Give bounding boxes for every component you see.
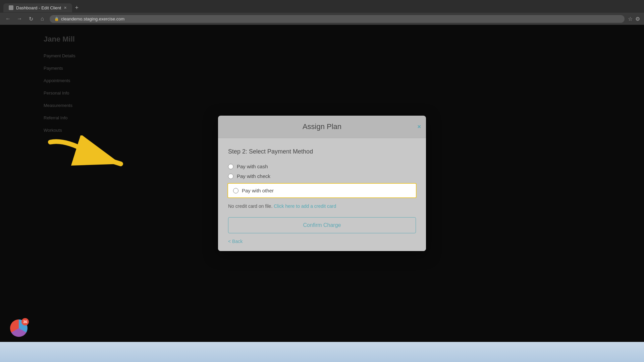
- page-background-title: Jane Mill: [44, 35, 75, 44]
- nav-payment-details: Payment Details: [44, 53, 75, 58]
- notification-circle-container: 36: [10, 319, 28, 337]
- assign-plan-modal: Assign Plan × Step 2: Select Payment Met…: [218, 116, 426, 251]
- bottom-bar: [0, 342, 644, 362]
- url-text: cleandemo.staging.exercise.com: [61, 16, 124, 21]
- no-card-text: No credit card on file.: [228, 203, 272, 209]
- extensions-icon[interactable]: ⚙: [635, 16, 640, 22]
- payment-options: Pay with cash Pay with check Pay with ot…: [228, 164, 416, 198]
- add-card-link[interactable]: Click here to add a credit card: [274, 203, 336, 209]
- tab-title: Dashboard - Edit Client: [16, 5, 61, 10]
- payment-other-label: Pay with other: [242, 188, 274, 193]
- payment-cash-label: Pay with cash: [237, 164, 268, 169]
- payment-option-check[interactable]: Pay with check: [228, 173, 416, 179]
- nav-personal-info: Personal Info: [44, 90, 75, 96]
- back-button[interactable]: ←: [4, 15, 12, 23]
- modal-close-button[interactable]: ×: [417, 123, 421, 130]
- nav-appointments: Appointments: [44, 78, 75, 83]
- notification-badge: 36: [21, 318, 29, 325]
- radio-check[interactable]: [228, 174, 233, 179]
- payment-option-other[interactable]: Pay with other: [227, 183, 417, 198]
- home-button[interactable]: ⌂: [38, 15, 46, 23]
- modal-title: Assign Plan: [303, 122, 341, 131]
- tab-close-icon[interactable]: ✕: [64, 6, 67, 10]
- browser-toolbar: ← → ↻ ⌂ 🔒 cleandemo.staging.exercise.com…: [0, 13, 644, 25]
- notification-widget[interactable]: 36: [10, 319, 28, 337]
- nav-measurements: Measurements: [44, 103, 75, 108]
- background-nav: Payment Details Payments Appointments Pe…: [44, 53, 75, 140]
- active-tab[interactable]: Dashboard - Edit Client ✕: [3, 3, 72, 12]
- forward-button[interactable]: →: [15, 15, 23, 23]
- star-icon[interactable]: ☆: [628, 16, 633, 22]
- modal-overlay: Jane Mill Payment Details Payments Appoi…: [0, 25, 644, 342]
- back-button[interactable]: < Back: [228, 239, 243, 244]
- nav-workouts: Workouts: [44, 128, 75, 133]
- refresh-button[interactable]: ↻: [27, 15, 35, 23]
- arrow-annotation: [40, 135, 134, 177]
- confirm-charge-button[interactable]: Confirm Charge: [228, 217, 416, 233]
- payment-option-cash[interactable]: Pay with cash: [228, 164, 416, 169]
- radio-other[interactable]: [233, 188, 238, 193]
- toolbar-actions: ☆ ⚙: [628, 16, 640, 22]
- new-tab-button[interactable]: +: [72, 4, 81, 11]
- radio-cash[interactable]: [228, 164, 233, 169]
- modal-header: Assign Plan ×: [218, 116, 426, 138]
- nav-payments: Payments: [44, 66, 75, 71]
- nav-referral-info: Referral Info: [44, 115, 75, 120]
- payment-check-label: Pay with check: [237, 173, 270, 179]
- tab-bar: Dashboard - Edit Client ✕ +: [0, 0, 644, 13]
- lock-icon: 🔒: [54, 17, 59, 21]
- browser-chrome: Dashboard - Edit Client ✕ + ← → ↻ ⌂ 🔒 cl…: [0, 0, 644, 25]
- modal-body: Step 2: Select Payment Method Pay with c…: [218, 138, 426, 251]
- no-card-notice: No credit card on file. Click here to ad…: [228, 203, 416, 209]
- step-title: Step 2: Select Payment Method: [228, 148, 416, 155]
- address-bar[interactable]: 🔒 cleandemo.staging.exercise.com: [50, 15, 625, 23]
- tab-favicon: [9, 5, 13, 10]
